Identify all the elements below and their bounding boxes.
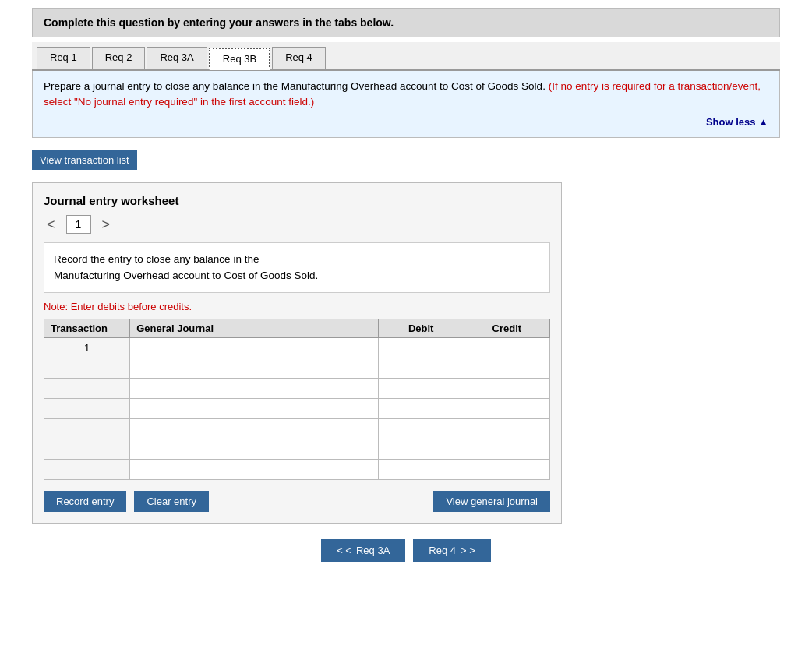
credit-input[interactable]: [464, 379, 549, 398]
worksheet-title: Journal entry worksheet: [44, 194, 550, 207]
worksheet-box: Journal entry worksheet < 1 > Record the…: [32, 182, 562, 524]
table-row: [44, 398, 550, 418]
debit-cell[interactable]: [378, 398, 464, 418]
prev-req-button[interactable]: < Req 3A: [321, 539, 405, 562]
view-transaction-list-button[interactable]: View transaction list: [32, 150, 137, 170]
debit-input[interactable]: [379, 358, 464, 378]
transaction-cell: 1: [44, 337, 130, 358]
debit-cell[interactable]: [378, 418, 464, 439]
table-row: [44, 439, 550, 459]
credit-cell[interactable]: [464, 459, 549, 479]
debit-cell[interactable]: [378, 337, 464, 358]
journal-table: Transaction General Journal Debit Credit…: [44, 319, 550, 480]
debit-input[interactable]: [379, 399, 464, 418]
gj-cell[interactable]: [130, 337, 378, 358]
gj-input[interactable]: [130, 419, 377, 439]
col-debit: Debit: [378, 319, 464, 337]
gj-input[interactable]: [130, 439, 377, 459]
gj-cell[interactable]: [130, 398, 378, 418]
table-row: 1: [44, 337, 550, 358]
gj-input[interactable]: [130, 399, 377, 418]
credit-input[interactable]: [464, 399, 549, 418]
instruction-text: Complete this question by entering your …: [44, 16, 768, 29]
credit-input[interactable]: [464, 358, 549, 378]
gj-input[interactable]: [130, 460, 377, 479]
transaction-cell: [44, 418, 130, 439]
next-req-button[interactable]: Req 4 >: [413, 539, 491, 562]
gj-cell[interactable]: [130, 439, 378, 459]
credit-input[interactable]: [464, 419, 549, 439]
credit-cell[interactable]: [464, 337, 549, 358]
nav-row: < 1 >: [44, 215, 550, 235]
debit-input[interactable]: [379, 419, 464, 439]
clear-entry-button[interactable]: Clear entry: [134, 491, 209, 512]
col-transaction: Transaction: [44, 319, 130, 337]
nav-number-box: 1: [66, 215, 91, 234]
credit-cell[interactable]: [464, 439, 549, 459]
transaction-cell: [44, 378, 130, 398]
prev-req-label: Req 3A: [356, 545, 390, 556]
tabs-row: Req 1 Req 2 Req 3A Req 3B Req 4: [32, 42, 780, 71]
table-row: [44, 418, 550, 439]
tab-req2[interactable]: Req 2: [92, 47, 146, 69]
tab-req3a[interactable]: Req 3A: [147, 47, 207, 69]
description-text: Record the entry to close any balance in…: [54, 253, 318, 282]
gj-cell[interactable]: [130, 378, 378, 398]
debit-input[interactable]: [379, 338, 464, 358]
question-area: Prepare a journal entry to close any bal…: [32, 71, 780, 138]
tab-req4[interactable]: Req 4: [272, 47, 326, 69]
table-row: [44, 459, 550, 479]
table-row: [44, 358, 550, 378]
show-less-link[interactable]: Show less ▲: [706, 116, 768, 128]
next-arrow-icon: >: [461, 545, 475, 556]
next-arrow[interactable]: >: [99, 215, 114, 235]
question-text: Prepare a journal entry to close any bal…: [44, 79, 768, 111]
transaction-cell: [44, 459, 130, 479]
gj-input[interactable]: [130, 338, 377, 358]
col-general-journal: General Journal: [130, 319, 378, 337]
prev-arrow[interactable]: <: [44, 215, 58, 235]
transaction-cell: [44, 358, 130, 378]
prev-arrow-icon: <: [337, 545, 351, 556]
debit-cell[interactable]: [378, 459, 464, 479]
debit-input[interactable]: [379, 439, 464, 459]
debit-cell[interactable]: [378, 378, 464, 398]
next-req-label: Req 4: [429, 545, 456, 556]
tab-req1[interactable]: Req 1: [37, 47, 90, 69]
table-row: [44, 378, 550, 398]
credit-input[interactable]: [464, 460, 549, 479]
gj-input[interactable]: [130, 358, 377, 378]
view-general-journal-button[interactable]: View general journal: [433, 491, 550, 512]
description-box: Record the entry to close any balance in…: [44, 242, 550, 293]
debit-input[interactable]: [379, 379, 464, 398]
credit-input[interactable]: [464, 338, 549, 358]
debit-input[interactable]: [379, 460, 464, 479]
action-buttons: Record entry Clear entry View general jo…: [44, 491, 550, 512]
gj-cell[interactable]: [130, 459, 378, 479]
transaction-cell: [44, 398, 130, 418]
credit-cell[interactable]: [464, 358, 549, 378]
debit-cell[interactable]: [378, 358, 464, 378]
credit-cell[interactable]: [464, 398, 549, 418]
transaction-cell: [44, 439, 130, 459]
show-less-area: Show less ▲: [44, 115, 768, 128]
tab-req3b[interactable]: Req 3B: [209, 48, 270, 70]
gj-cell[interactable]: [130, 358, 378, 378]
record-entry-button[interactable]: Record entry: [44, 491, 126, 512]
debit-cell[interactable]: [378, 439, 464, 459]
credit-cell[interactable]: [464, 378, 549, 398]
credit-cell[interactable]: [464, 418, 549, 439]
gj-cell[interactable]: [130, 418, 378, 439]
gj-input[interactable]: [130, 379, 377, 398]
instruction-banner: Complete this question by entering your …: [32, 8, 780, 37]
bottom-nav: < Req 3A Req 4 >: [32, 539, 780, 562]
credit-input[interactable]: [464, 439, 549, 459]
col-credit: Credit: [464, 319, 549, 337]
note-text: Note: Enter debits before credits.: [44, 301, 550, 312]
